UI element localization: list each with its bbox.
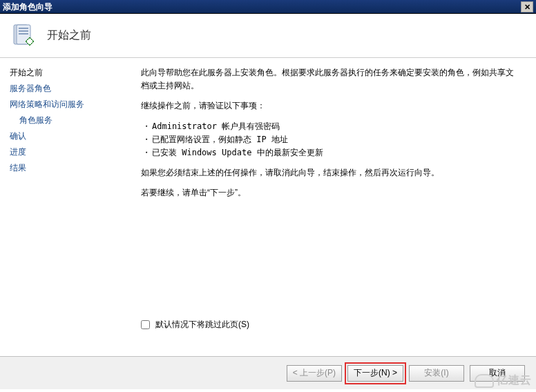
next-button[interactable]: 下一步(N) >	[347, 365, 403, 382]
page-title: 开始之前	[47, 28, 91, 43]
sidebar-item-results[interactable]: 结果	[10, 160, 138, 176]
sidebar-item-role-services[interactable]: 角色服务	[10, 112, 138, 128]
install-button[interactable]: 安装(I)	[409, 365, 464, 382]
sidebar-item-before-you-begin[interactable]: 开始之前	[10, 65, 138, 81]
verify-list: Administrator 帐户具有强密码 已配置网络设置，例如静态 IP 地址…	[141, 120, 519, 160]
skip-page-row: 默认情况下将跳过此页(S)	[141, 318, 249, 331]
verify-bullet: 已配置网络设置，例如静态 IP 地址	[152, 133, 519, 146]
wizard-main: 此向导帮助您在此服务器上安装角色。根据要求此服务器执行的任务来确定要安装的角色，…	[138, 58, 536, 356]
close-button[interactable]: ✕	[521, 1, 533, 12]
svg-rect-4	[19, 33, 28, 35]
watermark: 亿速云	[475, 373, 532, 388]
wizard-header-icon	[10, 22, 37, 50]
wizard-body: 开始之前 服务器角色 网络策略和访问服务 角色服务 确认 进度 结果 此向导帮助…	[0, 58, 536, 356]
skip-page-checkbox[interactable]	[141, 320, 150, 329]
skip-page-label: 默认情况下将跳过此页(S)	[155, 318, 249, 331]
previous-button[interactable]: < 上一步(P)	[287, 365, 342, 382]
verify-heading: 继续操作之前，请验证以下事项：	[141, 99, 519, 112]
wizard-sidebar: 开始之前 服务器角色 网络策略和访问服务 角色服务 确认 进度 结果	[0, 58, 138, 356]
svg-rect-2	[19, 28, 28, 29]
svg-rect-3	[19, 30, 28, 32]
svg-rect-7	[27, 40, 32, 43]
verify-bullet: 已安装 Windows Update 中的最新安全更新	[152, 146, 519, 159]
wizard-header: 开始之前	[0, 14, 536, 58]
watermark-text: 亿速云	[497, 373, 532, 388]
sidebar-item-confirmation[interactable]: 确认	[10, 128, 138, 144]
sidebar-item-server-roles[interactable]: 服务器角色	[10, 81, 138, 97]
sidebar-item-nps[interactable]: 网络策略和访问服务	[10, 97, 138, 112]
verify-bullet: Administrator 帐户具有强密码	[152, 120, 519, 133]
sidebar-item-progress[interactable]: 进度	[10, 144, 138, 160]
continue-hint: 若要继续，请单击“下一步”。	[141, 186, 519, 199]
titlebar: 添加角色向导 ✕	[0, 0, 536, 14]
window-title: 添加角色向导	[3, 0, 52, 14]
watermark-cloud-icon	[475, 374, 494, 388]
cancel-hint: 如果您必须结束上述的任何操作，请取消此向导，结束操作，然后再次运行向导。	[141, 166, 519, 179]
intro-text: 此向导帮助您在此服务器上安装角色。根据要求此服务器执行的任务来确定要安装的角色，…	[141, 66, 519, 92]
close-icon: ✕	[524, 0, 530, 14]
wizard-footer: < 上一步(P) 下一步(N) > 安装(I) 取消	[0, 356, 536, 389]
